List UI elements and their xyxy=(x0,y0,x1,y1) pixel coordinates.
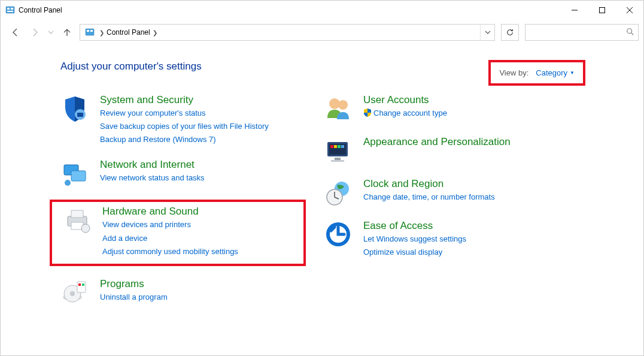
svg-rect-3 xyxy=(7,11,13,12)
title-bar: Control Panel xyxy=(1,1,643,20)
clock-globe-icon xyxy=(324,178,353,207)
category-link[interactable]: Uninstall a program xyxy=(100,291,168,303)
svg-rect-33 xyxy=(334,145,337,148)
svg-rect-16 xyxy=(71,171,86,181)
content-area: Adjust your computer's settings System a… xyxy=(1,45,643,319)
category-link[interactable]: Adjust commonly used mobility settings xyxy=(102,246,238,258)
category-title[interactable]: Clock and Region xyxy=(363,178,495,190)
svg-rect-37 xyxy=(331,160,344,162)
svg-point-17 xyxy=(65,180,71,186)
category-link[interactable]: Optimize visual display xyxy=(363,246,466,258)
svg-rect-8 xyxy=(86,29,94,35)
category-link[interactable]: Add a device xyxy=(102,233,238,245)
category-column-left: System and Security Review your computer… xyxy=(60,93,300,319)
svg-point-24 xyxy=(70,291,75,296)
window-controls xyxy=(561,1,643,20)
svg-rect-9 xyxy=(87,30,89,32)
svg-point-29 xyxy=(338,100,348,110)
uac-shield-icon xyxy=(363,108,372,120)
breadcrumb-root[interactable]: Control Panel xyxy=(107,28,150,37)
link-text: Change account type xyxy=(373,108,447,117)
svg-rect-19 xyxy=(71,210,83,218)
svg-rect-34 xyxy=(338,145,341,148)
refresh-button[interactable] xyxy=(501,24,519,41)
category-link[interactable]: Save backup copies of your files with Fi… xyxy=(100,120,269,132)
svg-rect-2 xyxy=(11,8,13,10)
category-link[interactable]: View network status and tasks xyxy=(100,172,205,184)
category-clock-region: Clock and Region Change date, time, or n… xyxy=(324,177,563,208)
nav-toolbar: ❯ Control Panel ❯ xyxy=(1,20,643,45)
category-grid: System and Security Review your computer… xyxy=(60,93,607,319)
svg-rect-0 xyxy=(6,7,14,13)
category-title[interactable]: Appearance and Personalization xyxy=(363,136,511,148)
network-icon xyxy=(60,159,89,188)
appearance-icon xyxy=(324,136,353,165)
view-by-value: Category xyxy=(536,68,567,77)
category-title[interactable]: Hardware and Sound xyxy=(102,206,238,218)
svg-rect-5 xyxy=(600,8,605,13)
back-button[interactable] xyxy=(9,26,22,39)
svg-line-12 xyxy=(631,32,634,35)
category-user-accounts: User Accounts Change account type xyxy=(324,93,563,124)
svg-rect-36 xyxy=(335,158,341,160)
view-by-dropdown[interactable]: Category ▼ xyxy=(536,68,575,77)
category-network-internet: Network and Internet View network status… xyxy=(60,158,300,189)
up-button[interactable] xyxy=(60,26,74,39)
forward-button[interactable] xyxy=(28,26,41,39)
category-link[interactable]: Let Windows suggest settings xyxy=(363,233,466,245)
svg-rect-32 xyxy=(330,145,333,148)
category-system-security: System and Security Review your computer… xyxy=(60,93,300,147)
address-dropdown[interactable] xyxy=(480,25,494,40)
chevron-down-icon: ▼ xyxy=(570,70,575,76)
recent-dropdown[interactable] xyxy=(47,26,54,39)
category-link[interactable]: View devices and printers xyxy=(102,219,238,231)
printer-icon xyxy=(63,206,92,234)
svg-rect-35 xyxy=(341,145,344,148)
category-column-right: User Accounts Change account type Appear… xyxy=(324,93,563,319)
category-title[interactable]: Ease of Access xyxy=(363,220,466,232)
svg-rect-26 xyxy=(78,283,81,286)
category-programs: Programs Uninstall a program xyxy=(60,277,300,308)
search-icon xyxy=(626,28,634,38)
category-link[interactable]: Change date, time, or number formats xyxy=(363,191,495,203)
category-title[interactable]: System and Security xyxy=(100,94,269,106)
category-appearance: Appearance and Personalization xyxy=(324,135,563,166)
control-panel-icon xyxy=(85,28,95,37)
category-title[interactable]: Network and Internet xyxy=(100,159,205,171)
svg-point-11 xyxy=(627,28,632,33)
programs-icon xyxy=(60,278,89,307)
svg-rect-14 xyxy=(77,113,83,117)
category-link[interactable]: Review your computer's status xyxy=(100,107,269,119)
view-by-label: View by: xyxy=(499,68,528,77)
shield-icon xyxy=(60,94,89,123)
address-bar[interactable]: ❯ Control Panel ❯ xyxy=(80,24,495,41)
ease-of-access-icon xyxy=(324,220,353,249)
minimize-button[interactable] xyxy=(561,1,588,20)
chevron-right-icon[interactable]: ❯ xyxy=(99,29,104,36)
svg-rect-27 xyxy=(82,283,84,286)
chevron-right-icon[interactable]: ❯ xyxy=(153,29,157,36)
category-link[interactable]: Change account type xyxy=(363,107,447,120)
category-ease-of-access: Ease of Access Let Windows suggest setti… xyxy=(324,219,563,260)
users-icon xyxy=(324,94,353,123)
view-by-selector: View by: Category ▼ xyxy=(488,60,585,86)
control-panel-icon xyxy=(5,5,15,15)
svg-point-21 xyxy=(81,224,90,233)
category-title[interactable]: User Accounts xyxy=(363,94,447,106)
svg-rect-25 xyxy=(77,282,86,292)
category-title[interactable]: Programs xyxy=(100,278,168,290)
svg-rect-1 xyxy=(7,8,10,10)
category-link[interactable]: Backup and Restore (Windows 7) xyxy=(100,134,269,146)
search-box[interactable] xyxy=(525,24,639,41)
maximize-button[interactable] xyxy=(588,1,616,20)
window-title: Control Panel xyxy=(19,6,561,14)
close-button[interactable] xyxy=(616,1,643,20)
category-hardware-sound: Hardware and Sound View devices and prin… xyxy=(50,200,306,266)
svg-rect-10 xyxy=(90,30,93,32)
